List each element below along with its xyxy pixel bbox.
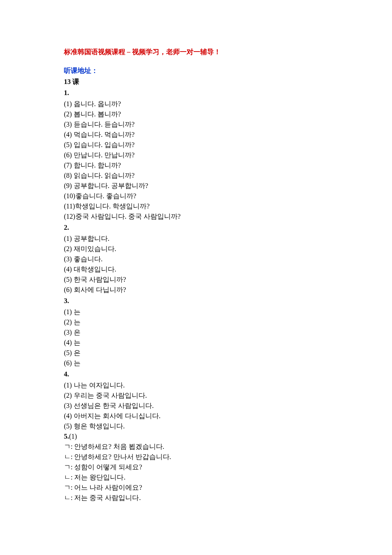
list-item: ㄴ: 안녕하세요? 만나서 반갑습니다. (64, 452, 328, 462)
list-item: (2) 봅니다. 봅니까? (64, 109, 328, 119)
list-item: ㄴ: 저는 왕단입니다. (64, 472, 328, 483)
section-5-num: 5. (64, 433, 69, 440)
section-5-first-index: (1) (69, 433, 77, 440)
list-item: ㄱ: 안녕하세요? 처음 뵙겠습니다. (64, 442, 328, 452)
list-item: (4) 는 (64, 338, 328, 348)
list-item: (1) 공부합니다. (64, 234, 328, 244)
list-item: (5) 입습니다. 입습니까? (64, 140, 328, 150)
list-item: (6) 만납니다. 만납니까? (64, 150, 328, 160)
list-item: (7) 합니다. 합니까? (64, 160, 328, 171)
list-item: (3) 선생님은 한국 사람입니다. (64, 401, 328, 411)
list-item: (12)중국 사람입니다. 중국 사람입니까? (64, 211, 328, 222)
list-item: (10)좋습니다. 좋습니까? (64, 191, 328, 201)
list-item: (2) 재미있습니다. (64, 244, 328, 254)
list-item: (2) 우리는 중국 사람입니다. (64, 390, 328, 401)
course-link-label[interactable]: 听课地址： (64, 66, 328, 76)
section-5-header-line: 5.(1) (64, 431, 328, 442)
list-item: (5) 한국 사람입니까? (64, 275, 328, 285)
list-item: (6) 회사에 다닙니까? (64, 285, 328, 295)
list-item: (2) 는 (64, 317, 328, 327)
list-item: (4) 먹습니다. 먹습니까? (64, 130, 328, 140)
list-item: ㄴ: 저는 중국 사람입니다. (64, 493, 328, 503)
list-item: ㄱ: 어느 나라 사람이에요? (64, 483, 328, 493)
list-item: ㄱ: 성함이 어떻게 되세요? (64, 462, 328, 472)
list-item: (1) 는 (64, 307, 328, 317)
list-item: (8) 읽습니다. 읽습니까? (64, 171, 328, 181)
list-item: (3) 듣습니다. 듣습니까? (64, 119, 328, 130)
list-item: (3) 은 (64, 327, 328, 338)
list-item: (11)학생입니다. 학생입니까? (64, 201, 328, 211)
list-item: (3) 좋습니다. (64, 254, 328, 264)
section-3-header: 3. (64, 296, 328, 306)
list-item: (4) 대학생입니다. (64, 264, 328, 275)
section-4-header: 4. (64, 369, 328, 379)
document-page: 标准韩国语视频课程 – 视频学习，老师一对一辅导！ 听课地址： 13 课 1. … (0, 0, 392, 555)
list-item: (5) 은 (64, 348, 328, 358)
course-title: 标准韩国语视频课程 – 视频学习，老师一对一辅导！ (64, 47, 328, 57)
list-item: (4) 아버지는 회사에 다니십니다. (64, 411, 328, 421)
list-item: (1) 나는 여자입니다. (64, 380, 328, 390)
section-2-header: 2. (64, 223, 328, 233)
list-item: (1) 옵니다. 옵니까? (64, 99, 328, 109)
list-item: (9) 공부합니다. 공부합니까? (64, 181, 328, 191)
lesson-number: 13 课 (64, 77, 328, 87)
list-item: (5) 형은 학생입니다. (64, 421, 328, 431)
section-1-header: 1. (64, 88, 328, 98)
list-item: (6) 는 (64, 358, 328, 368)
